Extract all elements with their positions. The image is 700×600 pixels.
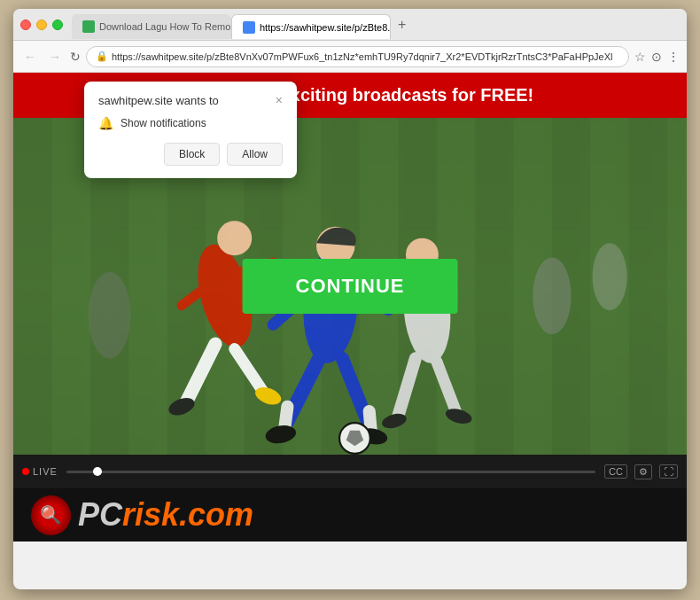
- video-controls-bar: LIVE CC ⚙ ⛶: [13, 455, 687, 488]
- tab-favicon-1: [82, 20, 95, 33]
- popup-notification-row: 🔔 Show notifications: [98, 116, 283, 130]
- cc-button[interactable]: CC: [604, 464, 627, 479]
- brand-pc-text: PC: [78, 496, 122, 533]
- browser-window: Download Lagu How To Remo... × https://s…: [13, 9, 687, 589]
- brand-text: PCrisk.com: [78, 496, 253, 534]
- back-button[interactable]: ←: [20, 48, 40, 66]
- allow-button[interactable]: Allow: [227, 143, 283, 166]
- control-icons: CC ⚙ ⛶: [604, 464, 678, 479]
- minimize-window-button[interactable]: [36, 19, 47, 30]
- block-button[interactable]: Block: [164, 143, 220, 166]
- maximize-window-button[interactable]: [52, 19, 63, 30]
- tab-favicon-2: [243, 21, 255, 34]
- tab-2[interactable]: https://sawhitpew.site/p/zBte8... ×: [231, 14, 391, 39]
- popup-header: sawhitpew.site wants to ×: [98, 94, 283, 107]
- brand-com-text: com: [188, 496, 253, 533]
- brand-logo-icon: [31, 495, 71, 535]
- progress-bar[interactable]: [66, 471, 595, 473]
- continue-button[interactable]: CONTINUE: [243, 259, 458, 314]
- url-bar[interactable]: 🔒 https://sawhitpew.site/p/zBte8VnXv07mP…: [86, 46, 629, 67]
- settings-icon[interactable]: ⚙: [634, 464, 652, 479]
- tab-1[interactable]: Download Lagu How To Remo... ×: [72, 14, 231, 39]
- forward-button[interactable]: →: [45, 48, 65, 66]
- notification-popup: sawhitpew.site wants to × 🔔 Show notific…: [84, 82, 297, 178]
- refresh-button[interactable]: ↻: [70, 50, 81, 64]
- browser-menu-icon[interactable]: ⋮: [667, 50, 680, 64]
- svg-point-5: [89, 272, 131, 359]
- close-window-button[interactable]: [20, 19, 31, 30]
- bell-icon: 🔔: [98, 116, 113, 130]
- address-bar: ← → ↻ 🔒 https://sawhitpew.site/p/zBte8Vn…: [13, 41, 687, 73]
- page-content: C… the most exciting broadcasts for FREE…: [13, 73, 687, 589]
- title-bar: Download Lagu How To Remo... × https://s…: [13, 9, 687, 41]
- live-indicator-dot: [22, 468, 29, 475]
- live-label: LIVE: [33, 466, 58, 477]
- svg-line-19: [284, 407, 287, 429]
- footer-brand: PCrisk.com: [13, 488, 687, 542]
- tab-label-2: https://sawhitpew.site/p/zBte8...: [260, 22, 391, 33]
- popup-buttons: Block Allow: [98, 143, 283, 166]
- account-icon[interactable]: ⊙: [651, 50, 662, 64]
- tab-label-1: Download Lagu How To Remo...: [99, 21, 231, 32]
- brand-dot-text: .: [179, 496, 188, 533]
- notification-text: Show notifications: [121, 117, 206, 129]
- banner-free: FREE!: [480, 85, 533, 105]
- popup-close-button[interactable]: ×: [276, 94, 283, 106]
- live-badge: LIVE: [22, 466, 58, 477]
- fullscreen-button[interactable]: ⛶: [659, 464, 678, 479]
- url-text: https://sawhitpew.site/p/zBte8VnXv07mPWF…: [112, 51, 619, 62]
- brand-logo: PCrisk.com: [31, 495, 253, 535]
- new-tab-button[interactable]: +: [391, 9, 413, 40]
- traffic-lights: [20, 19, 63, 30]
- popup-title: sawhitpew.site wants to: [98, 94, 219, 107]
- brand-risk-text: risk: [122, 496, 179, 533]
- svg-point-4: [593, 243, 627, 310]
- svg-point-3: [533, 257, 571, 334]
- secure-icon: 🔒: [96, 51, 108, 62]
- svg-point-7: [217, 221, 252, 255]
- bookmark-star-icon[interactable]: ☆: [634, 50, 646, 64]
- tabs-bar: Download Lagu How To Remo... × https://s…: [72, 9, 680, 40]
- progress-indicator: [93, 467, 102, 476]
